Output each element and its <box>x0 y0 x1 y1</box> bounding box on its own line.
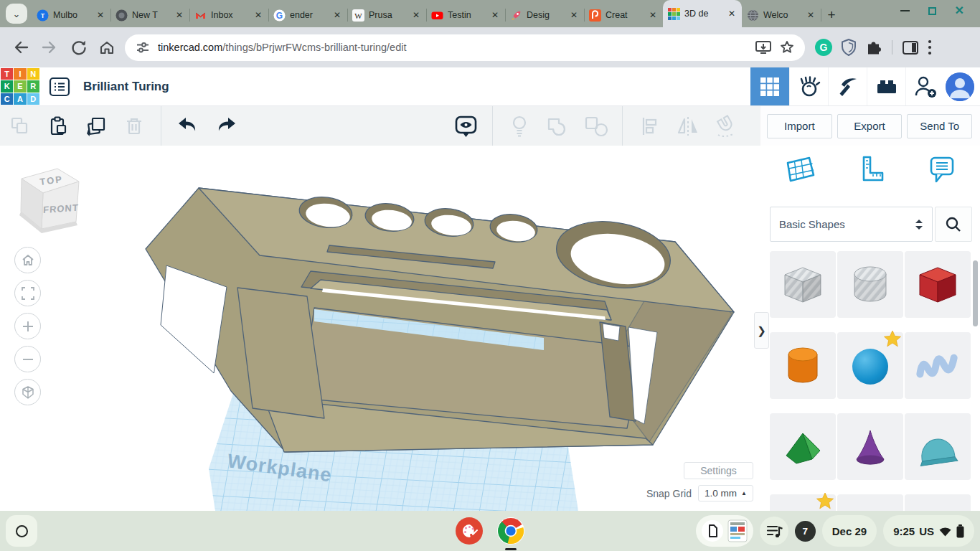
tab-search-button[interactable]: ⌄ <box>6 4 27 24</box>
workplane-magnet-button[interactable] <box>714 115 737 138</box>
shape-box[interactable] <box>905 251 971 318</box>
minecraft-export-button[interactable] <box>828 67 867 105</box>
favorite-star-icon[interactable] <box>883 329 902 348</box>
address-bar[interactable]: tinkercad.com/things/bPrjwrFWcms-brillia… <box>125 34 805 61</box>
close-icon[interactable]: ✕ <box>332 10 342 20</box>
close-icon[interactable]: ✕ <box>411 10 421 20</box>
close-icon[interactable]: ✕ <box>253 10 263 20</box>
shape-tile-partial[interactable] <box>905 494 971 511</box>
zoom-in-button[interactable] <box>14 313 41 339</box>
restore-button[interactable] <box>928 7 936 15</box>
3d-canvas[interactable]: Workplane <box>0 146 760 511</box>
panel-scrollbar[interactable] <box>973 260 978 326</box>
show-all-button[interactable] <box>454 115 477 138</box>
paste-button[interactable] <box>47 115 70 138</box>
close-icon[interactable]: ✕ <box>806 10 816 20</box>
mirror-button[interactable] <box>676 115 699 138</box>
install-app-icon[interactable] <box>755 39 772 55</box>
workplane-tool-icon[interactable] <box>783 154 815 184</box>
forward-button[interactable] <box>36 34 62 61</box>
shape-cone[interactable] <box>837 413 903 480</box>
shape-box-hole[interactable] <box>770 251 836 318</box>
notes-tool-icon[interactable] <box>927 154 957 184</box>
shape-cylinder-hole[interactable] <box>837 251 903 318</box>
tab-welcome[interactable]: Welco ✕ <box>742 3 821 27</box>
back-button[interactable] <box>7 34 34 61</box>
close-icon[interactable]: ✕ <box>727 9 737 19</box>
view-cube[interactable]: TOP FRONT <box>11 156 90 236</box>
send-to-button[interactable]: Send To <box>907 114 972 138</box>
close-icon[interactable]: ✕ <box>490 10 500 20</box>
avatar[interactable] <box>946 72 974 101</box>
shape-tile-partial[interactable] <box>770 494 836 511</box>
tab-inbox[interactable]: Inbox ✕ <box>189 3 268 27</box>
shape-category-dropdown[interactable]: Basic Shapes <box>770 207 933 242</box>
ruler-tool-icon[interactable] <box>857 154 885 184</box>
undo-button[interactable] <box>176 115 199 138</box>
date-button[interactable]: Dec 29 <box>822 515 877 547</box>
quick-settings-button[interactable]: 9:25 US <box>883 515 974 547</box>
tab-ender[interactable]: G ender ✕ <box>268 3 347 27</box>
favorite-star-icon[interactable] <box>816 491 834 510</box>
brick-export-button[interactable] <box>867 67 905 105</box>
shape-search-button[interactable] <box>935 207 972 242</box>
invite-button[interactable] <box>905 67 944 105</box>
close-window-button[interactable]: ✕ <box>955 5 964 17</box>
extensions-puzzle-icon[interactable] <box>864 38 883 57</box>
panel-collapse-button[interactable]: ❯ <box>754 312 769 349</box>
close-icon[interactable]: ✕ <box>569 10 579 20</box>
shape-tile-partial[interactable] <box>837 494 903 511</box>
shape-round-roof[interactable] <box>905 413 971 480</box>
reload-button[interactable] <box>65 34 91 61</box>
shape-sphere[interactable] <box>837 332 903 399</box>
scene[interactable]: Workplane <box>0 146 760 511</box>
home-button[interactable] <box>93 34 120 61</box>
tab-new-tab[interactable]: New T ✕ <box>110 3 189 27</box>
blocks-grid-button[interactable] <box>750 67 789 105</box>
align-button[interactable] <box>638 115 661 138</box>
redo-button[interactable] <box>215 115 237 138</box>
tab-mulberry[interactable]: T Mulbo ✕ <box>32 3 110 27</box>
tab-design[interactable]: Desig ✕ <box>505 3 584 27</box>
shape-scribble[interactable] <box>905 332 971 399</box>
export-button[interactable]: Export <box>837 114 903 138</box>
import-button[interactable]: Import <box>767 114 832 138</box>
shape-cylinder[interactable] <box>770 332 836 399</box>
new-tab-button[interactable]: + <box>821 3 842 27</box>
hidden-objects-button[interactable] <box>508 115 531 138</box>
browser-menu-icon[interactable] <box>926 39 933 56</box>
zoom-out-button[interactable] <box>14 346 41 372</box>
tab-testing[interactable]: Testin ✕ <box>426 3 505 27</box>
delete-button[interactable] <box>123 115 146 138</box>
holding-space-button[interactable] <box>696 515 753 547</box>
tab-tinkercad-active[interactable]: 3D de ✕ <box>663 0 742 27</box>
duplicate-button[interactable] <box>85 115 108 138</box>
minimize-button[interactable] <box>900 10 910 12</box>
design-properties-button[interactable] <box>40 67 79 105</box>
close-icon[interactable]: ✕ <box>95 10 105 20</box>
tab-prusa[interactable]: W Prusa ✕ <box>347 3 426 27</box>
design-title[interactable]: Brilliant Turing <box>83 80 169 94</box>
shape-roof[interactable] <box>770 413 836 480</box>
grammarly-icon[interactable]: G <box>814 38 833 57</box>
notification-counter[interactable]: 7 <box>795 521 816 542</box>
privacy-shield-icon[interactable] <box>839 38 858 57</box>
simlab-button[interactable] <box>789 67 828 105</box>
snap-grid-select[interactable]: 1.0 mm ▲ <box>698 485 753 501</box>
chrome-app-button[interactable] <box>496 517 525 545</box>
settings-button[interactable]: Settings <box>684 462 753 479</box>
canvas-app-button[interactable] <box>455 517 484 545</box>
side-panel-icon[interactable] <box>901 38 920 57</box>
tinkercad-logo[interactable]: T I N K E R C A D <box>0 67 40 105</box>
perspective-toggle-button[interactable] <box>14 379 41 405</box>
bookmark-star-icon[interactable] <box>779 39 795 55</box>
ungroup-button[interactable] <box>584 115 607 138</box>
media-controls-button[interactable] <box>760 517 788 545</box>
copy-button[interactable] <box>9 115 32 138</box>
fit-view-button[interactable] <box>14 280 41 306</box>
close-icon[interactable]: ✕ <box>174 10 184 20</box>
close-icon[interactable]: ✕ <box>648 10 658 20</box>
url-text[interactable]: tinkercad.com/things/bPrjwrFWcms-brillia… <box>158 42 748 53</box>
home-view-button[interactable] <box>14 247 41 273</box>
group-button[interactable] <box>546 115 569 138</box>
